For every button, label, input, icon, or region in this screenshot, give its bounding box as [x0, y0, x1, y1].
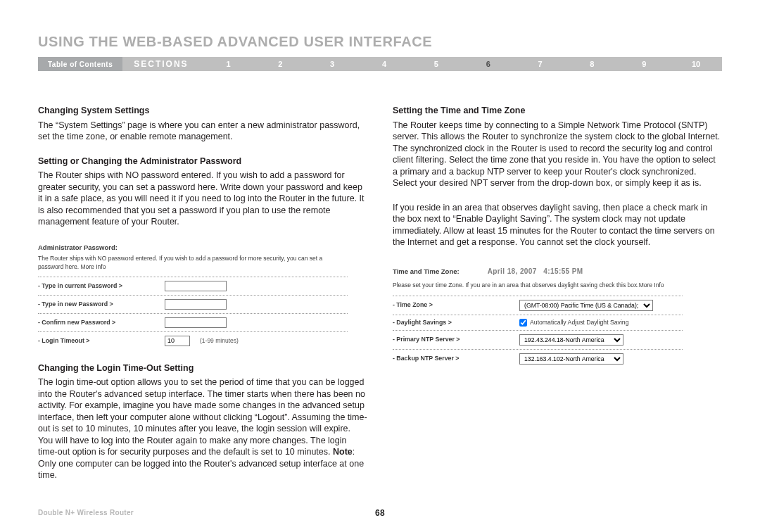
left-column: Changing System Settings The “System Set…: [38, 105, 367, 494]
page-footer: Double N+ Wireless Router 68: [38, 509, 722, 517]
confirm-password-input[interactable]: [165, 317, 227, 328]
para-admin-password: The Router ships with NO password entere…: [38, 170, 367, 228]
fig2-daylight-label: - Daylight Savings >: [393, 319, 512, 327]
fig1-row-login-timeout: - Login Timeout > (1-99 minutes): [38, 331, 348, 350]
section-link-6[interactable]: 6: [462, 60, 514, 68]
fig2-row-primary-ntp: - Primary NTP Server > 192.43.244.18-Nor…: [393, 330, 683, 349]
para-time-zone-2: If you reside in an area that observes d…: [393, 202, 722, 248]
section-link-7[interactable]: 7: [514, 60, 566, 68]
current-password-input[interactable]: [165, 281, 227, 291]
section-link-8[interactable]: 8: [566, 60, 618, 68]
fig2-row-backup-ntp: - Backup NTP Server > 132.163.4.102-Nort…: [393, 349, 683, 368]
fig1-login-timeout-hint: (1-99 minutes): [200, 337, 239, 345]
fig2-title: Time and Time Zone:: [393, 267, 460, 277]
section-link-4[interactable]: 4: [358, 60, 410, 68]
page-number: 68: [38, 508, 722, 518]
fig2-backup-ntp-label: - Backup NTP Server >: [393, 355, 512, 363]
section-nav-bar: Table of Contents SECTIONS 1 2 3 4 5 6 7…: [38, 57, 722, 71]
section-link-10[interactable]: 10: [670, 60, 722, 68]
section-link-1[interactable]: 1: [203, 60, 255, 68]
fig2-desc: Please set your time Zone. If you are in…: [393, 281, 683, 289]
fig2-row-daylight: - Daylight Savings > Automatically Adjus…: [393, 315, 683, 331]
figure-time-zone: Time and Time Zone: April 18, 2007 4:15:…: [393, 264, 683, 369]
right-column: Setting the Time and Time Zone The Route…: [393, 105, 722, 494]
section-numbers: 1 2 3 4 5 6 7 8 9 10: [203, 57, 722, 71]
heading-changing-system-settings: Changing System Settings: [38, 105, 367, 117]
page-title: USING THE WEB-BASED ADVANCED USER INTERF…: [38, 34, 722, 50]
fig2-time-zone-label: - Time Zone >: [393, 301, 512, 310]
new-password-input[interactable]: [165, 299, 227, 310]
section-link-9[interactable]: 9: [618, 60, 670, 68]
note-label: Note: [333, 447, 353, 457]
time-zone-select[interactable]: (GMT-08:00) Pacific Time (US & Canada); …: [519, 300, 653, 311]
para-time-zone-1: The Router keeps time by connecting to a…: [393, 120, 722, 189]
daylight-checkbox-label: Automatically Adjust Daylight Saving: [530, 319, 629, 327]
fig1-confirm-password-label: - Confirm new Password >: [38, 319, 158, 327]
primary-ntp-select[interactable]: 192.43.244.18-North America: [519, 334, 623, 346]
fig2-datetime: April 18, 2007 4:15:55 PM: [488, 267, 583, 276]
backup-ntp-select[interactable]: 132.163.4.102-North America: [519, 353, 623, 365]
fig1-row-new-password: - Type in new Password >: [38, 295, 348, 313]
fig1-desc: The Router ships with NO password entere…: [38, 255, 348, 271]
fig1-title: Administrator Password:: [38, 243, 348, 253]
section-link-2[interactable]: 2: [254, 60, 306, 68]
section-link-3[interactable]: 3: [306, 60, 358, 68]
heading-login-timeout: Changing the Login Time-Out Setting: [38, 362, 367, 374]
heading-admin-password: Setting or Changing the Administrator Pa…: [38, 156, 367, 167]
heading-time-zone: Setting the Time and Time Zone: [393, 105, 722, 117]
content-columns: Changing System Settings The “System Set…: [38, 105, 722, 494]
para-login-timeout-a: The login time-out option allows you to …: [38, 377, 367, 457]
daylight-checkbox[interactable]: [519, 319, 527, 327]
section-link-5[interactable]: 5: [410, 60, 462, 68]
fig1-new-password-label: - Type in new Password >: [38, 300, 158, 309]
fig1-login-timeout-label: - Login Timeout >: [38, 337, 158, 346]
fig2-primary-ntp-label: - Primary NTP Server >: [393, 336, 512, 344]
login-timeout-input[interactable]: [165, 336, 190, 346]
manual-page: USING THE WEB-BASED ADVANCED USER INTERF…: [0, 0, 760, 532]
fig1-current-password-label: - Type in current Password >: [38, 282, 158, 291]
fig1-row-current-password: - Type in current Password >: [38, 277, 348, 295]
sections-label: SECTIONS: [122, 57, 202, 71]
para-login-timeout: The login time-out option allows you to …: [38, 376, 367, 481]
para-system-settings: The “System Settings” page is where you …: [38, 120, 367, 143]
toc-link[interactable]: Table of Contents: [38, 57, 122, 71]
figure-admin-password: Administrator Password: The Router ships…: [38, 241, 348, 350]
fig2-row-time-zone: - Time Zone > (GMT-08:00) Pacific Time (…: [393, 296, 683, 315]
fig1-row-confirm-password: - Confirm new Password >: [38, 313, 348, 331]
